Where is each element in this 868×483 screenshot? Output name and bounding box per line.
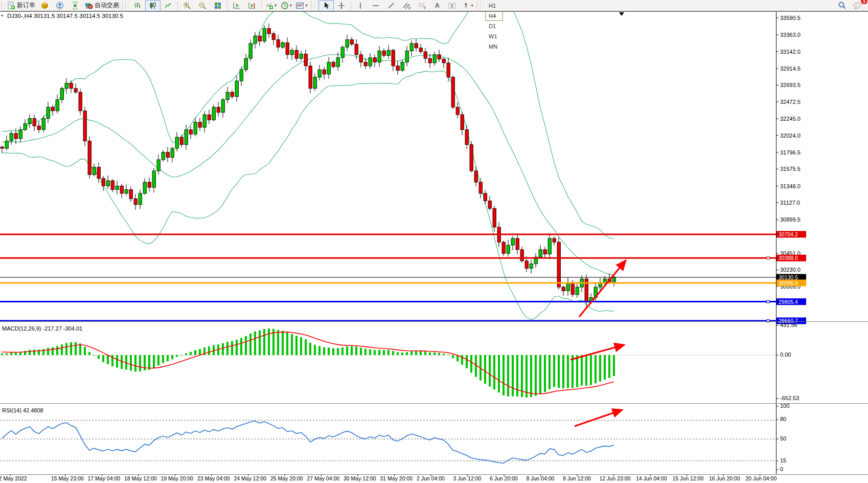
trendline-button[interactable]	[383, 0, 399, 11]
dropdown-arrow-icon: ▾	[471, 3, 473, 8]
timeframe-clock-button[interactable]: ▾	[279, 0, 294, 11]
level-handle[interactable]	[767, 257, 769, 259]
equidistant-channel-button[interactable]: E	[399, 0, 414, 11]
auto-scroll-icon	[233, 2, 241, 10]
text-button[interactable]: A	[429, 0, 445, 11]
svg-text:2 Jun 04:00: 2 Jun 04:00	[417, 475, 445, 481]
price-axis[interactable]: 33590.533363.033142.032914.532693.532472…	[0, 11, 868, 474]
text-label-button[interactable]: T	[445, 0, 460, 11]
macd-label: MACD(12,26,9) -217.27 -304.01	[2, 325, 82, 332]
notifications-button[interactable]: 1	[850, 0, 865, 11]
chart-shift-icon	[248, 2, 256, 10]
horizontal-line-icon	[372, 2, 380, 10]
trend-arrow-rsi[interactable]	[575, 410, 622, 426]
zoom-in-button[interactable]	[179, 0, 195, 11]
horizontal-line-button[interactable]	[368, 0, 383, 11]
svg-text:29805.4: 29805.4	[779, 299, 798, 305]
auto-scroll-button[interactable]	[229, 0, 244, 11]
auto-trading-label: 自动交易	[95, 1, 119, 10]
templates-button[interactable]: ▾	[294, 0, 309, 11]
svg-text:-652.53: -652.53	[780, 395, 799, 401]
svg-text:15 Jun 12:00: 15 Jun 12:00	[673, 475, 704, 481]
market-watch-icon	[40, 2, 49, 10]
bar-chart-button[interactable]	[130, 0, 145, 11]
toolbar-separator	[351, 1, 351, 10]
svg-text:50: 50	[780, 435, 786, 442]
new-order-icon	[7, 2, 15, 10]
toolbar-separator	[477, 1, 477, 10]
navigator-button[interactable]	[67, 0, 83, 11]
chart-shift-button[interactable]	[244, 0, 260, 11]
svg-text:431.56: 431.56	[780, 322, 797, 328]
trading-terminal-window: { "toolbar": { "new_order_label": "新订单",…	[0, 0, 868, 483]
candlestick-chart-button[interactable]	[145, 0, 161, 11]
svg-text:A: A	[435, 2, 440, 9]
svg-text:24 May 12:00: 24 May 12:00	[234, 475, 267, 481]
svg-text:31127.0: 31127.0	[780, 200, 800, 206]
svg-text:14 Jun 04:00: 14 Jun 04:00	[636, 475, 667, 481]
candlestick-series	[1, 24, 616, 306]
vertical-line-icon	[357, 2, 364, 10]
toolbar-separator	[261, 1, 262, 10]
svg-text:18 May 12:00: 18 May 12:00	[124, 475, 157, 481]
svg-text:23 May 04:00: 23 May 04:00	[197, 475, 230, 481]
trend-arrow-macd[interactable]	[570, 345, 624, 360]
vertical-line-button[interactable]	[353, 0, 368, 11]
auto-trading-button[interactable]: 自动交易	[83, 0, 121, 11]
svg-text:32914.5: 32914.5	[780, 65, 801, 72]
line-chart-button[interactable]	[161, 0, 176, 11]
svg-text:F: F	[424, 6, 426, 10]
toolbar-separator	[311, 1, 311, 10]
svg-text:30704.2: 30704.2	[779, 231, 798, 237]
svg-text:12 May 2022: 12 May 2022	[0, 475, 27, 481]
svg-text:15: 15	[780, 457, 786, 464]
cursor-icon	[323, 2, 330, 9]
svg-text:30388.0: 30388.0	[779, 255, 798, 261]
fibonacci-button[interactable]: F	[414, 0, 429, 11]
level-handle[interactable]	[767, 300, 769, 303]
svg-text:27 May 04:00: 27 May 04:00	[307, 475, 340, 481]
svg-text:80: 80	[780, 416, 786, 422]
chart-shift-marker[interactable]	[619, 12, 624, 16]
svg-text:32024.0: 32024.0	[780, 133, 801, 139]
svg-text:30 May 12:00: 30 May 12:00	[344, 475, 376, 481]
svg-text:30899.5: 30899.5	[780, 216, 801, 223]
toolbar-grip	[314, 2, 317, 10]
svg-text:8 Jun 04:00: 8 Jun 04:00	[527, 475, 555, 481]
svg-text:33590.5: 33590.5	[780, 15, 801, 21]
search-icon	[838, 1, 847, 10]
candlestick-chart-icon	[149, 2, 157, 10]
fibonacci-icon: F	[418, 2, 426, 10]
symbol-dropdown-icon[interactable]: ▾	[1, 13, 3, 18]
zoom-out-button[interactable]	[195, 0, 210, 11]
svg-text:6 Jun 20:00: 6 Jun 20:00	[490, 475, 518, 481]
svg-text:17 May 04:00: 17 May 04:00	[88, 475, 121, 481]
zoom-out-icon	[198, 2, 207, 10]
svg-text:32472.5: 32472.5	[780, 99, 801, 105]
svg-text:30230.0: 30230.0	[780, 267, 801, 273]
arrows-button[interactable]: ▾	[460, 0, 475, 11]
chart-area[interactable]: 33590.533363.033142.032914.532693.532472…	[0, 11, 868, 483]
chat-bubble-icon	[853, 2, 862, 10]
svg-text:31796.5: 31796.5	[780, 149, 801, 156]
data-window-button[interactable]	[52, 0, 67, 11]
main-toolbar: 新订单 自动交易	[0, 0, 868, 11]
search-button[interactable]	[834, 0, 850, 11]
timeframe-button-H1[interactable]: H1	[485, 1, 503, 11]
crosshair-button[interactable]	[334, 0, 349, 11]
svg-text:100: 100	[780, 403, 789, 409]
new-order-button[interactable]: 新订单	[6, 0, 37, 11]
svg-text:33363.0: 33363.0	[780, 32, 801, 38]
template-icon	[295, 2, 304, 10]
indicators-button[interactable]: ▾	[263, 0, 279, 11]
market-watch-button[interactable]	[37, 0, 52, 11]
time-axis[interactable]: 12 May 202215 May 23:0017 May 04:0018 Ma…	[0, 475, 776, 482]
tile-windows-icon	[214, 2, 222, 10]
chart-canvas[interactable]: 33590.533363.033142.032914.532693.532472…	[0, 11, 868, 483]
cursor-button[interactable]	[318, 0, 334, 11]
rsi-line	[2, 421, 614, 463]
dropdown-arrow-icon: ▾	[275, 3, 277, 8]
svg-text:31 May 20:00: 31 May 20:00	[380, 475, 413, 481]
toolbar-grip	[1, 2, 5, 10]
tile-windows-button[interactable]	[210, 0, 225, 11]
